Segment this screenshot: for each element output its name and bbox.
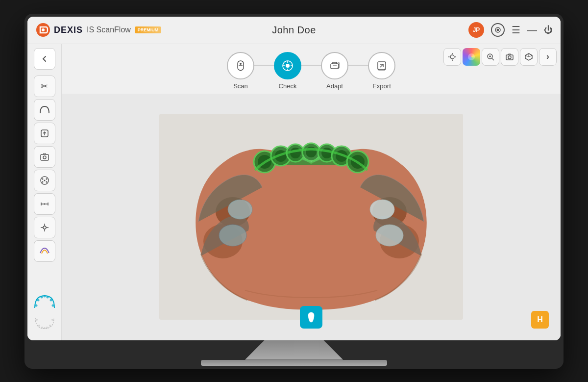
svg-point-11 xyxy=(42,181,43,182)
patient-name: John Doe xyxy=(272,25,316,36)
tool-gradient[interactable] xyxy=(34,240,55,262)
tool-select[interactable]: ✂ xyxy=(34,76,55,97)
snapshot-icon xyxy=(40,153,49,161)
tool-cube[interactable] xyxy=(520,48,538,66)
main-area: ✂ xyxy=(27,44,561,340)
step-scan-circle[interactable] xyxy=(227,52,254,79)
svg-point-83 xyxy=(370,200,394,219)
step-check[interactable]: Check xyxy=(274,52,301,90)
measure-icon xyxy=(40,199,49,209)
power-button[interactable]: ⏻ xyxy=(544,25,553,35)
svg-line-47 xyxy=(380,64,383,67)
svg-line-60 xyxy=(525,55,529,57)
jaw-preview-icon xyxy=(32,293,57,313)
svg-point-48 xyxy=(450,55,454,59)
gradient-icon xyxy=(39,247,50,255)
svg-point-58 xyxy=(508,56,511,59)
svg-point-31 xyxy=(38,325,40,327)
texture-icon xyxy=(40,176,49,185)
svg-point-26 xyxy=(43,295,46,297)
svg-point-9 xyxy=(42,178,43,179)
svg-point-28 xyxy=(49,299,52,301)
zoom-icon xyxy=(486,52,495,61)
viewport[interactable]: H xyxy=(62,94,561,340)
monitor-stand xyxy=(245,340,343,360)
back-icon xyxy=(40,54,49,63)
step-export-circle[interactable] xyxy=(368,52,395,79)
menu-button[interactable]: ☰ xyxy=(512,24,520,36)
step-adapt-circle[interactable] xyxy=(321,52,348,79)
svg-point-34 xyxy=(46,327,48,329)
cube-icon xyxy=(524,52,533,61)
h-badge[interactable]: H xyxy=(531,311,549,329)
brand-name: DEXIS xyxy=(54,25,83,35)
dexis-logo: DEXIS xyxy=(35,22,83,38)
tooth-button-icon xyxy=(305,311,318,324)
title-bar-controls: JP ☰ — ⏻ xyxy=(468,22,553,38)
svg-point-37 xyxy=(240,63,242,65)
premium-badge: PREMIUM xyxy=(135,26,162,33)
svg-point-36 xyxy=(51,319,53,321)
step-check-label: Check xyxy=(279,82,297,90)
dental-scan-svg xyxy=(159,114,463,320)
svg-point-23 xyxy=(35,304,37,306)
svg-point-29 xyxy=(51,304,54,306)
transform-icon xyxy=(40,223,49,232)
tool-snapshot[interactable] xyxy=(34,146,55,168)
tool-zoom[interactable] xyxy=(482,48,499,66)
svg-point-35 xyxy=(49,325,51,327)
implant-icon xyxy=(40,128,49,138)
svg-point-81 xyxy=(228,200,252,219)
step-adapt[interactable]: Adapt xyxy=(321,52,348,90)
svg-point-27 xyxy=(46,296,49,298)
tool-texture[interactable] xyxy=(34,170,55,191)
arch-icon xyxy=(39,105,50,114)
title-bar: DEXIS IS ScanFlow PREMIUM John Doe JP ☰ … xyxy=(27,17,561,44)
svg-point-12 xyxy=(46,181,47,182)
check-step-icon xyxy=(281,59,294,73)
connector-1 xyxy=(254,65,274,66)
svg-point-84 xyxy=(376,225,403,246)
svg-rect-6 xyxy=(41,154,49,160)
step-scan[interactable]: Scan xyxy=(227,52,254,90)
step-export[interactable]: Export xyxy=(368,52,395,90)
connector-2 xyxy=(301,65,321,66)
jaw-preview[interactable] xyxy=(32,293,57,332)
minimize-button[interactable]: — xyxy=(527,25,537,36)
user-avatar[interactable]: JP xyxy=(468,22,484,38)
svg-point-24 xyxy=(37,299,39,301)
step-adapt-label: Adapt xyxy=(326,82,343,90)
svg-point-33 xyxy=(44,327,46,329)
tool-measure[interactable] xyxy=(34,193,55,215)
tool-implant[interactable] xyxy=(34,123,55,144)
record-button[interactable] xyxy=(491,23,505,37)
export-step-icon xyxy=(375,59,389,73)
svg-point-1 xyxy=(42,28,45,31)
camera-icon xyxy=(505,52,514,61)
svg-point-7 xyxy=(43,156,46,159)
tool-next[interactable]: › xyxy=(539,48,557,66)
tool-brightness[interactable] xyxy=(443,48,461,66)
svg-point-32 xyxy=(41,327,43,329)
back-button[interactable] xyxy=(34,48,55,70)
svg-rect-44 xyxy=(331,64,339,69)
dexis-logo-icon xyxy=(35,22,51,38)
lower-jaw-icon xyxy=(33,315,56,332)
monitor-base xyxy=(201,360,387,366)
step-scan-label: Scan xyxy=(233,82,248,90)
app-title: IS ScanFlow xyxy=(87,25,131,34)
tooth-center-button[interactable] xyxy=(300,306,322,329)
monitor-stand-area xyxy=(27,340,561,366)
svg-point-82 xyxy=(219,225,246,246)
tool-arch[interactable] xyxy=(34,99,55,121)
logo-area: DEXIS IS ScanFlow PREMIUM xyxy=(35,22,161,38)
connector-3 xyxy=(348,65,368,66)
svg-point-13 xyxy=(44,179,45,181)
tool-camera2[interactable] xyxy=(501,48,518,66)
svg-point-30 xyxy=(36,319,38,321)
tool-transform[interactable] xyxy=(34,217,55,238)
tool-color[interactable] xyxy=(463,48,480,66)
step-check-circle[interactable] xyxy=(274,52,301,79)
svg-point-39 xyxy=(286,64,290,68)
svg-point-3 xyxy=(497,29,499,31)
